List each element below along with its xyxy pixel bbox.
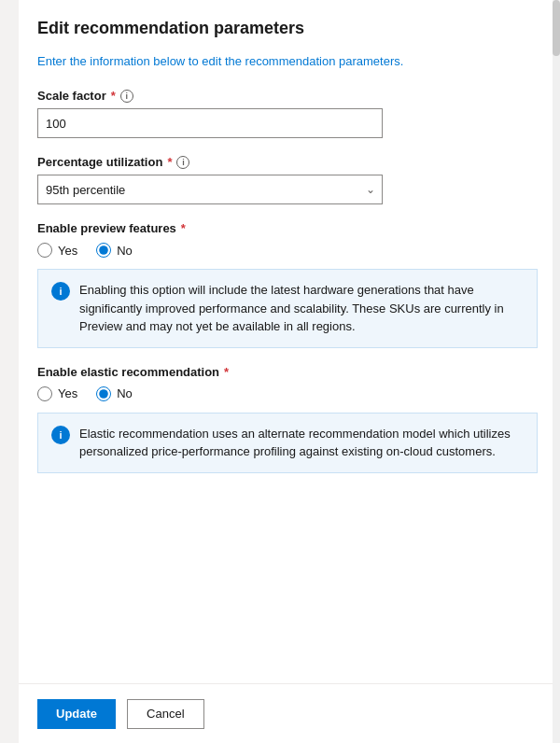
- percentage-utilization-select[interactable]: 50th percentile 75th percentile 90th per…: [37, 175, 383, 204]
- enable-elastic-info-icon: i: [51, 426, 70, 444]
- enable-elastic-required: *: [224, 365, 229, 379]
- intro-text: Enter the information below to edit the …: [37, 53, 538, 70]
- percentage-utilization-group: Percentage utilization * i 50th percenti…: [37, 155, 538, 204]
- percentage-utilization-info-icon[interactable]: i: [176, 156, 189, 169]
- enable-elastic-yes-radio[interactable]: [37, 386, 52, 401]
- enable-preview-yes-option[interactable]: Yes: [37, 243, 77, 258]
- enable-elastic-group: Enable elastic recommendation * Yes No i…: [37, 365, 538, 473]
- enable-preview-required: *: [181, 221, 186, 235]
- cancel-button[interactable]: Cancel: [127, 699, 203, 729]
- scale-factor-required: *: [111, 89, 116, 103]
- enable-elastic-yes-label: Yes: [58, 386, 77, 400]
- enable-preview-radio-group: Yes No: [37, 243, 538, 258]
- percentage-utilization-required: *: [167, 155, 172, 169]
- enable-preview-group: Enable preview features * Yes No i Enabl…: [37, 221, 538, 348]
- panel-title: Edit recommendation parameters: [37, 19, 538, 38]
- edit-panel: Edit recommendation parameters Enter the…: [19, 0, 560, 743]
- enable-preview-no-radio[interactable]: [96, 243, 111, 258]
- scale-factor-group: Scale factor * i: [37, 89, 538, 138]
- enable-elastic-info-text: Elastic recommendation uses an alternate…: [79, 425, 524, 461]
- enable-elastic-yes-option[interactable]: Yes: [37, 386, 77, 401]
- enable-elastic-radio-group: Yes No: [37, 386, 538, 401]
- enable-elastic-no-option[interactable]: No: [96, 386, 133, 401]
- scale-factor-info-icon[interactable]: i: [120, 90, 133, 103]
- enable-elastic-info-box: i Elastic recommendation uses an alterna…: [37, 413, 538, 473]
- enable-preview-yes-radio[interactable]: [37, 243, 52, 258]
- percentage-utilization-label: Percentage utilization * i: [37, 155, 538, 169]
- scale-factor-input[interactable]: [37, 108, 383, 138]
- enable-elastic-no-label: No: [117, 386, 133, 400]
- panel-content: Edit recommendation parameters Enter the…: [19, 0, 560, 743]
- update-button[interactable]: Update: [37, 699, 116, 729]
- enable-elastic-label: Enable elastic recommendation *: [37, 365, 538, 379]
- scale-factor-label: Scale factor * i: [37, 89, 538, 103]
- enable-preview-info-icon: i: [51, 282, 70, 301]
- enable-preview-no-option[interactable]: No: [96, 243, 133, 258]
- enable-elastic-no-radio[interactable]: [96, 386, 111, 401]
- percentage-utilization-select-wrapper: 50th percentile 75th percentile 90th per…: [37, 175, 383, 204]
- enable-preview-info-box: i Enabling this option will include the …: [37, 269, 538, 348]
- scrollbar[interactable]: [553, 0, 560, 743]
- scrollbar-thumb[interactable]: [553, 0, 560, 56]
- panel-footer: Update Cancel: [19, 683, 553, 743]
- enable-preview-no-label: No: [117, 244, 133, 258]
- enable-preview-info-text: Enabling this option will include the la…: [79, 281, 524, 336]
- enable-preview-yes-label: Yes: [58, 244, 77, 258]
- enable-preview-label: Enable preview features *: [37, 221, 538, 235]
